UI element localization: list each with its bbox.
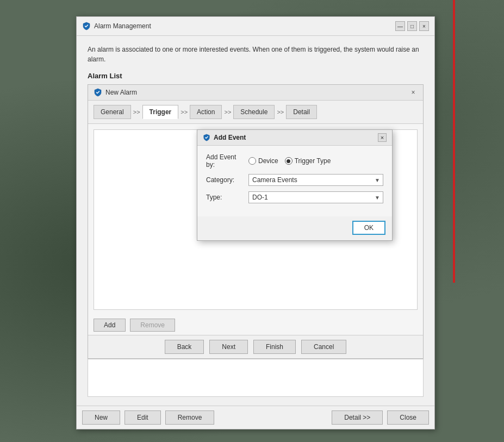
tab-trigger[interactable]: Trigger (142, 105, 179, 119)
alarm-list-label: Alarm List (88, 72, 424, 80)
type-row: Type: DO-1 DO-2 Motion Detection Video L… (206, 191, 383, 203)
bottom-list-area (88, 359, 424, 397)
radio-dot (287, 159, 290, 163)
remove-event-button[interactable]: Remove (130, 319, 175, 332)
tab-bar: General >> Trigger >> Action >> Schedule… (88, 101, 423, 124)
inner-title-bar: New Alarm × (88, 85, 423, 101)
maximize-button[interactable]: □ (407, 21, 417, 31)
minimize-button[interactable]: — (395, 21, 405, 31)
close-main-button[interactable]: Close (387, 410, 429, 425)
radio-device-circle (248, 157, 256, 165)
modal-title-bar: Add Event × (197, 130, 392, 146)
inner-dialog-close[interactable]: × (409, 88, 418, 97)
inner-bottom-bar: Back Next Finish Cancel (88, 335, 423, 358)
tab-arrow-4: >> (276, 109, 285, 115)
tab-arrow-3: >> (223, 109, 232, 115)
add-event-by-label: Add Event by: (206, 153, 244, 169)
inner-dialog-title: New Alarm (105, 89, 406, 96)
main-window-icon (82, 22, 91, 30)
radio-group: Device Trigger Type (248, 157, 331, 165)
bottom-toolbar: New Edit Remove Detail >> Close (77, 406, 434, 429)
category-select[interactable]: Camera Events Motion Events System Event… (248, 174, 383, 186)
tab-action[interactable]: Action (190, 105, 222, 119)
close-button[interactable]: × (419, 21, 429, 31)
modal-container: Add Event × Add Event by: (197, 129, 393, 241)
inner-dialog-icon (94, 88, 102, 97)
modal-title: Add Event (214, 134, 375, 141)
window-controls: — □ × (395, 21, 429, 31)
type-select[interactable]: DO-1 DO-2 Motion Detection Video Loss (248, 191, 383, 203)
add-remove-bar: Add Remove (88, 315, 423, 335)
add-event-button[interactable]: Add (94, 319, 126, 332)
add-event-by-row: Add Event by: Device (206, 153, 383, 169)
detail-button[interactable]: Detail >> (332, 410, 383, 425)
radio-trigger-type-circle (285, 157, 293, 165)
modal-footer: OK (197, 216, 392, 240)
category-row: Category: Camera Events Motion Events Sy… (206, 174, 383, 186)
back-button[interactable]: Back (165, 340, 204, 354)
tab-arrow-1: >> (132, 109, 141, 115)
modal-close-button[interactable]: × (378, 133, 387, 142)
radio-trigger-type-label: Trigger Type (295, 157, 331, 165)
edit-button[interactable]: Edit (125, 410, 161, 425)
description-text: An alarm is associated to one or more in… (88, 45, 424, 64)
tab-detail[interactable]: Detail (286, 105, 317, 119)
radio-trigger-type[interactable]: Trigger Type (285, 157, 331, 165)
main-window: Alarm Management — □ × An alarm is assoc… (76, 16, 435, 429)
cancel-button[interactable]: Cancel (301, 340, 346, 354)
category-label: Category: (206, 176, 244, 184)
background-red-line (453, 0, 455, 283)
modal-ok-button[interactable]: OK (352, 221, 385, 235)
modal-body: Add Event by: Device (197, 146, 392, 216)
tab-general[interactable]: General (94, 105, 131, 119)
radio-device-label: Device (258, 157, 278, 165)
new-button[interactable]: New (82, 410, 120, 425)
category-select-wrapper: Camera Events Motion Events System Event… (248, 174, 383, 186)
main-title-bar: Alarm Management — □ × (77, 17, 434, 36)
next-button[interactable]: Next (209, 340, 248, 354)
tab-arrow-2: >> (179, 109, 189, 115)
finish-button[interactable]: Finish (253, 340, 296, 354)
tab-content-area: Add Remove Add Event × (88, 124, 423, 335)
tab-schedule[interactable]: Schedule (233, 105, 275, 119)
remove-button[interactable]: Remove (165, 410, 215, 425)
add-event-modal: Add Event × Add Event by: (197, 129, 393, 241)
inner-dialog: New Alarm × General >> Trigger >> Action… (88, 84, 424, 359)
main-content: An alarm is associated to one or more in… (77, 36, 434, 406)
radio-device[interactable]: Device (248, 157, 278, 165)
modal-icon (203, 134, 210, 141)
type-select-wrapper: DO-1 DO-2 Motion Detection Video Loss ▼ (248, 191, 383, 203)
main-window-title: Alarm Management (94, 22, 392, 30)
type-label: Type: (206, 194, 244, 201)
